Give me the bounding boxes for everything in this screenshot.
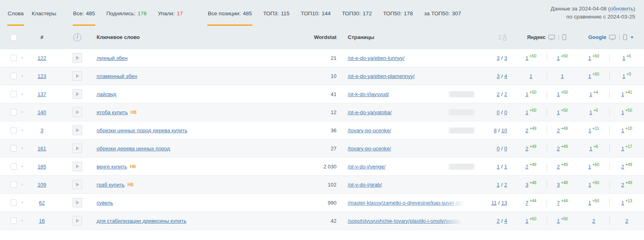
xy-second-link[interactable]: 4 bbox=[504, 73, 507, 79]
position-link[interactable]: 1 bbox=[621, 91, 624, 97]
row-checkbox[interactable] bbox=[10, 127, 17, 133]
play-button[interactable] bbox=[72, 162, 82, 171]
select-all-checkbox[interactable] bbox=[10, 34, 17, 41]
play-button[interactable] bbox=[72, 53, 82, 63]
caret-down-icon[interactable]: ▼ bbox=[21, 147, 24, 150]
position-link[interactable]: 2 bbox=[621, 164, 624, 170]
xy-second-link[interactable]: 10 bbox=[502, 127, 507, 133]
position-link[interactable]: 1 bbox=[525, 109, 528, 115]
column-keyword[interactable]: Ключевое слово bbox=[97, 34, 298, 40]
row-checkbox[interactable] bbox=[10, 55, 17, 61]
position-link[interactable]: 1 bbox=[621, 200, 624, 206]
keyword-link[interactable]: граб купить bbox=[97, 182, 125, 188]
row-checkbox[interactable] bbox=[10, 73, 17, 79]
play-button[interactable] bbox=[72, 89, 82, 99]
position-link[interactable]: 1 bbox=[525, 218, 528, 224]
position-link[interactable]: 1 bbox=[588, 164, 591, 170]
position-link[interactable]: 1 bbox=[557, 55, 559, 61]
position-link[interactable]: 1 bbox=[588, 73, 591, 79]
column-google[interactable]: Google | ▼ bbox=[578, 34, 644, 40]
info-icon[interactable]: i bbox=[73, 33, 81, 41]
position-link[interactable]: 2 bbox=[592, 218, 595, 224]
xy-second-link[interactable]: 2 bbox=[504, 91, 507, 97]
play-button[interactable] bbox=[72, 216, 82, 226]
keyword-link[interactable]: лайсвуд bbox=[97, 91, 116, 97]
caret-down-icon[interactable]: ▼ bbox=[21, 74, 24, 78]
xy-second-link[interactable]: 13 bbox=[502, 200, 507, 206]
keyword-link[interactable]: обрезки ценных пород дерева купить bbox=[97, 127, 188, 133]
position-link[interactable]: 3 bbox=[557, 182, 559, 188]
position-link[interactable]: 1 bbox=[561, 73, 564, 79]
filter-item[interactable]: Все позиции:485 bbox=[207, 0, 252, 26]
column-yandex[interactable]: Яндекс | bbox=[515, 34, 578, 40]
row-number-link[interactable]: 123 bbox=[37, 73, 46, 79]
row-checkbox[interactable] bbox=[10, 163, 17, 170]
caret-down-icon[interactable]: ▼ bbox=[21, 165, 24, 168]
row-number-link[interactable]: 109 bbox=[37, 182, 46, 188]
topbar-tab[interactable]: Кластеры bbox=[31, 0, 57, 26]
mobile-icon[interactable] bbox=[562, 34, 566, 40]
keyword-link[interactable]: сувель bbox=[97, 200, 113, 206]
desktop-icon[interactable] bbox=[609, 35, 616, 40]
caret-down-icon[interactable]: ▼ bbox=[21, 219, 24, 223]
page-link[interactable]: /ot-e-do-ya/eben-plamennyy/ bbox=[348, 73, 415, 79]
xy-first-link[interactable]: 1 bbox=[497, 164, 500, 170]
topbar-tab[interactable]: Слова bbox=[7, 0, 24, 26]
row-number-link[interactable]: 16 bbox=[39, 218, 45, 224]
filter-item[interactable]: ТОП10:144 bbox=[300, 0, 331, 26]
play-button[interactable] bbox=[72, 180, 82, 189]
page-link[interactable]: /tovary-po-ucenke/ bbox=[348, 127, 391, 133]
xy-first-link[interactable]: 3 bbox=[497, 55, 500, 61]
play-button[interactable] bbox=[72, 198, 82, 207]
position-link[interactable]: 3 bbox=[525, 182, 528, 188]
play-button[interactable] bbox=[72, 125, 82, 135]
filter-item[interactable]: ТОП3:115 bbox=[263, 0, 290, 26]
position-link[interactable]: 1 bbox=[621, 127, 624, 133]
filter-item[interactable]: Поднялись:176 bbox=[106, 0, 147, 26]
position-link[interactable]: 7 bbox=[557, 200, 559, 206]
page-link[interactable]: /ot-e-do-ya/yatoba/ bbox=[348, 109, 392, 115]
position-link[interactable]: 1 bbox=[621, 146, 624, 152]
position-link[interactable]: 1 bbox=[557, 218, 559, 224]
page-link[interactable]: /ot-v-do-i/grab/ bbox=[348, 182, 382, 188]
position-link[interactable]: 2 bbox=[621, 182, 624, 188]
position-link[interactable]: 2 bbox=[557, 164, 559, 170]
row-checkbox[interactable] bbox=[10, 217, 17, 224]
page-link[interactable]: /ot-k-do-l/laysvud/ bbox=[348, 91, 389, 97]
page-link[interactable]: /master-klassy/zametki-o-drevesine/kap-s… bbox=[348, 200, 466, 206]
column-number[interactable]: # bbox=[26, 34, 58, 40]
keyword-link[interactable]: обрезки дерева ценных пород bbox=[97, 146, 170, 152]
filter-item[interactable]: Все:485 bbox=[73, 0, 96, 26]
page-link[interactable]: /soputstvuyushchie-tovary/plastiki-i-smo… bbox=[348, 218, 463, 224]
xy-first-link[interactable]: 1 bbox=[497, 182, 500, 188]
sort-desc-icon[interactable]: ▼ bbox=[630, 35, 634, 39]
position-link[interactable]: 2 bbox=[557, 146, 559, 152]
row-number-link[interactable]: 140 bbox=[37, 109, 46, 115]
position-link[interactable]: 1 bbox=[588, 182, 591, 188]
xy-first-link[interactable]: 0 bbox=[497, 146, 500, 152]
position-link[interactable]: 1 bbox=[589, 91, 592, 97]
page-link[interactable]: /ot-v-do-i/venge/ bbox=[348, 164, 386, 170]
row-checkbox[interactable] bbox=[10, 91, 17, 97]
filter-item[interactable]: ТОП30:172 bbox=[341, 0, 372, 26]
refresh-link[interactable]: обновить bbox=[610, 6, 633, 12]
position-link[interactable]: 2 bbox=[525, 164, 528, 170]
row-number-link[interactable]: 3 bbox=[40, 127, 43, 133]
xy-second-link[interactable]: 0 bbox=[504, 146, 507, 152]
xy-second-link[interactable]: 0 bbox=[504, 109, 507, 115]
position-link[interactable]: 1 bbox=[622, 73, 625, 79]
caret-down-icon[interactable]: ▼ bbox=[21, 56, 24, 60]
xy-second-link[interactable]: 3 bbox=[504, 55, 507, 61]
position-link[interactable]: 1 bbox=[589, 146, 592, 152]
mobile-icon[interactable] bbox=[623, 34, 627, 40]
position-link[interactable]: 1 bbox=[622, 55, 625, 61]
position-link[interactable]: 1 bbox=[529, 73, 532, 79]
position-link[interactable]: 1 bbox=[588, 200, 591, 206]
keyword-link[interactable]: лунный эбен bbox=[97, 55, 128, 61]
xy-first-link[interactable]: 11 bbox=[491, 200, 497, 206]
position-link[interactable]: 1 bbox=[525, 91, 528, 97]
row-checkbox[interactable] bbox=[10, 181, 17, 188]
position-link[interactable]: 2 bbox=[557, 127, 559, 133]
xy-first-link[interactable]: 2 bbox=[497, 218, 500, 224]
row-checkbox[interactable] bbox=[10, 109, 17, 115]
